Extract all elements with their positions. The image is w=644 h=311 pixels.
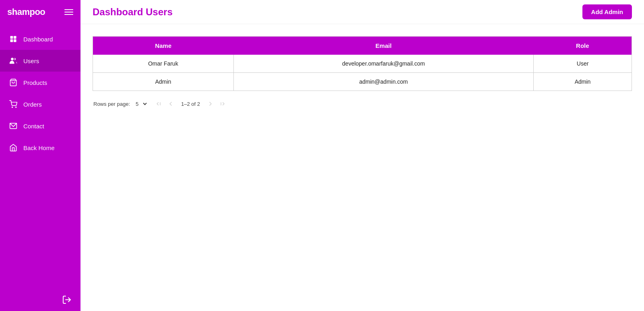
svg-rect-3 (14, 39, 17, 42)
rows-per-page-label: Rows per page: (93, 101, 130, 107)
pagination: Rows per page: 5 10 25 1–2 of 2 (93, 97, 632, 110)
sidebar-item-contact[interactable]: Contact (0, 115, 80, 137)
page-title: Dashboard Users (93, 6, 173, 18)
first-page-button[interactable] (154, 100, 163, 108)
home-icon (9, 143, 18, 152)
svg-rect-0 (10, 36, 13, 39)
sidebar-footer (0, 288, 80, 311)
sidebar-item-users[interactable]: Users (0, 50, 80, 72)
svg-point-6 (12, 107, 13, 108)
sidebar-item-users-label: Users (23, 58, 39, 64)
sidebar-item-back-home-label: Back Home (23, 144, 55, 151)
svg-rect-2 (10, 39, 13, 42)
sidebar-item-products[interactable]: Products (0, 72, 80, 93)
prev-page-button[interactable] (166, 100, 175, 108)
last-page-button[interactable] (218, 100, 227, 108)
svg-point-4 (11, 58, 14, 61)
column-header-email: Email (233, 37, 533, 55)
cell-role: Admin (534, 73, 632, 91)
users-table: Name Email Role Omar Faruk developer.oma… (93, 36, 632, 91)
page-info: 1–2 of 2 (181, 101, 200, 107)
content-area: Name Email Role Omar Faruk developer.oma… (80, 24, 644, 122)
table-row: Admin admin@admin.com Admin (93, 73, 632, 91)
sidebar-header: shampoo (0, 0, 80, 24)
column-header-name: Name (93, 37, 234, 55)
table-row: Omar Faruk developer.omarfaruk@gmail.com… (93, 55, 632, 73)
rows-per-page-select[interactable]: 5 10 25 (134, 101, 148, 107)
cell-name: Omar Faruk (93, 55, 234, 73)
products-icon (9, 78, 18, 87)
cell-email: admin@admin.com (233, 73, 533, 91)
dashboard-icon (9, 35, 18, 43)
cell-role: User (534, 55, 632, 73)
sidebar-item-back-home[interactable]: Back Home (0, 137, 80, 159)
svg-rect-1 (14, 36, 17, 39)
sidebar-item-contact-label: Contact (23, 123, 44, 130)
sidebar: shampoo Dashboard (0, 0, 80, 311)
logout-icon[interactable] (62, 295, 72, 305)
brand-logo: shampoo (7, 7, 45, 17)
sidebar-item-orders-label: Orders (23, 101, 42, 108)
sidebar-item-products-label: Products (23, 79, 47, 86)
add-admin-button[interactable]: Add Admin (582, 4, 632, 19)
sidebar-item-dashboard-label: Dashboard (23, 36, 53, 43)
next-page-button[interactable] (206, 100, 215, 108)
hamburger-menu-icon[interactable] (64, 9, 73, 15)
cell-name: Admin (93, 73, 234, 91)
sidebar-item-orders[interactable]: Orders (0, 93, 80, 115)
sidebar-item-dashboard[interactable]: Dashboard (0, 28, 80, 50)
users-icon (9, 56, 18, 65)
topbar: Dashboard Users Add Admin (80, 0, 644, 24)
contact-icon (9, 122, 18, 130)
main-content: Dashboard Users Add Admin Name Email Rol… (80, 0, 644, 311)
cell-email: developer.omarfaruk@gmail.com (233, 55, 533, 73)
svg-point-7 (16, 107, 17, 108)
sidebar-nav: Dashboard Users (0, 24, 80, 288)
users-tbody: Omar Faruk developer.omarfaruk@gmail.com… (93, 55, 632, 91)
column-header-role: Role (534, 37, 632, 55)
orders-icon (9, 100, 18, 109)
